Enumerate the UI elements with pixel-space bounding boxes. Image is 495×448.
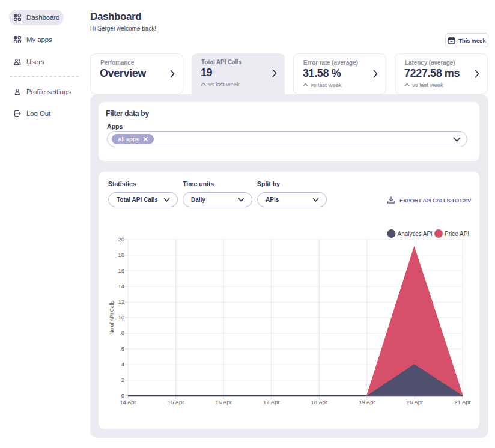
svg-text:14 Apr: 14 Apr bbox=[120, 399, 136, 405]
svg-text:Analytics API: Analytics API bbox=[398, 231, 433, 237]
svg-text:10: 10 bbox=[118, 314, 124, 321]
svg-text:14: 14 bbox=[118, 283, 124, 289]
svg-text:16 Apr: 16 Apr bbox=[215, 399, 231, 405]
svg-text:18 Apr: 18 Apr bbox=[311, 399, 327, 405]
svg-text:18: 18 bbox=[118, 252, 124, 258]
svg-text:No of API Calls: No of API Calls bbox=[109, 300, 115, 334]
svg-text:12: 12 bbox=[118, 298, 124, 305]
svg-text:20: 20 bbox=[118, 236, 124, 243]
svg-text:2: 2 bbox=[121, 377, 124, 383]
svg-text:0: 0 bbox=[121, 392, 124, 399]
svg-text:6: 6 bbox=[121, 345, 124, 352]
svg-text:Price API: Price API bbox=[445, 231, 469, 237]
svg-text:4: 4 bbox=[121, 361, 124, 368]
svg-text:17 Apr: 17 Apr bbox=[263, 399, 279, 405]
svg-text:15 Apr: 15 Apr bbox=[168, 399, 184, 405]
svg-text:20 Apr: 20 Apr bbox=[407, 399, 423, 405]
svg-text:16: 16 bbox=[118, 267, 124, 274]
svg-text:8: 8 bbox=[121, 330, 124, 336]
svg-text:21 Apr: 21 Apr bbox=[454, 399, 470, 405]
svg-text:19 Apr: 19 Apr bbox=[359, 399, 375, 405]
